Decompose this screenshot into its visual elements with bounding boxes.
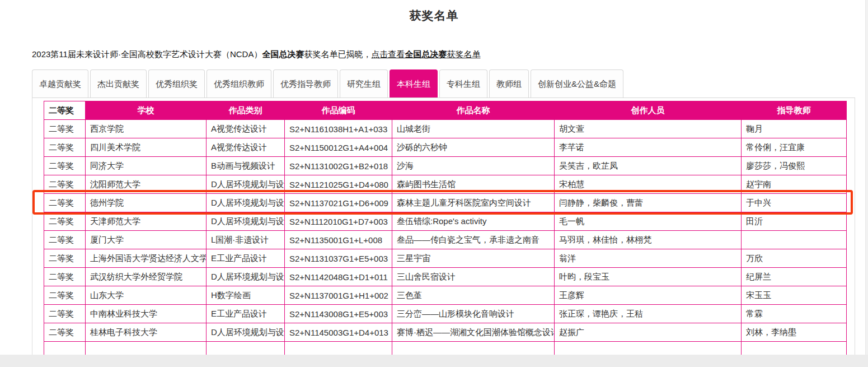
cell-school: 上海外国语大学贤达经济人文学院: [86, 249, 207, 268]
cell-school: 厦门大学: [86, 231, 207, 249]
column-header: 作品编码: [285, 101, 392, 120]
cell-creators: 叶昀，段宝玉: [555, 268, 742, 286]
vertical-scrollbar[interactable]: [865, 0, 868, 355]
tab-panel: 二等奖学校作品类别作品编码作品名称创作人员指导教师 二等奖西京学院A视觉传达设计…: [32, 98, 855, 355]
link-bold-final: 全国总决赛: [405, 49, 447, 59]
cell-advisor: 赵宇南: [742, 175, 847, 194]
tab-9[interactable]: 教师组: [489, 69, 529, 97]
intro-bold-final: 全国总决赛: [262, 49, 304, 59]
cell-creators: 毛一帆: [555, 212, 742, 231]
tab-10[interactable]: 创新创业&公益&命题: [531, 69, 623, 97]
cell-category: L国潮·非遗设计: [207, 231, 285, 249]
cell-code: S2+N1137001G1+H1+002: [285, 286, 392, 305]
cell-category: H数字绘画: [207, 286, 285, 305]
cell-category: D人居环境规划与设计: [207, 212, 285, 231]
cell-code: S2+N1131002G1+B2+018: [285, 157, 392, 175]
cell-code: S2+N1135001G1+L+008: [285, 231, 392, 249]
cell-school: 桂林电子科技大学: [86, 323, 207, 342]
tab-7-active[interactable]: 本科生组: [390, 69, 438, 97]
cell-creators: 闫静静，柴麟俊，曹蕾: [555, 194, 742, 212]
table-row: 二等奖中南林业科技大学E工业产品设计S2+N1143008G1+E5+003三分…: [44, 305, 847, 323]
awards-table: 二等奖学校作品类别作品编码作品名称创作人员指导教师 二等奖西京学院A视觉传达设计…: [44, 101, 847, 355]
cell-empty: [44, 342, 86, 355]
cell-school: 西京学院: [86, 120, 207, 138]
intro-text: 2023第11届未来设计师·全国高校数字艺术设计大赛（NCDA）全国总决赛获奖名…: [32, 49, 868, 60]
cell-category: D人居环境规划与设计: [207, 175, 285, 194]
cell-creators: 张正琛，谭艳庆，王秸: [555, 305, 742, 323]
tab-2[interactable]: 杰出贡献奖: [90, 69, 147, 97]
link-suffix: 获奖名单: [447, 49, 480, 59]
cell-code: S2+N1137021G1+D6+009: [285, 194, 392, 212]
cell-category: A视觉传达设计: [207, 120, 285, 138]
table-row: 二等奖武汉纺织大学外经贸学院D人居环境规划与设计S2+N1142048G1+D1…: [44, 268, 847, 286]
cell-award: 二等奖: [44, 138, 86, 157]
cell-code: S2+N1143008G1+E5+003: [285, 305, 392, 323]
cell-award: 二等奖: [44, 286, 86, 305]
column-header: 学校: [86, 101, 207, 120]
page-title: 获奖名单: [0, 8, 868, 24]
award-tier-header: 二等奖: [44, 101, 86, 120]
cell-creators: 胡文萱: [555, 120, 742, 138]
cell-empty: [207, 342, 285, 355]
cell-creators: 李芊诺: [555, 138, 742, 157]
table-row: 二等奖沈阳师范大学D人居环境规划与设计S2+N1121025G1+D4+080森…: [44, 175, 847, 194]
cell-title: 沙海: [392, 157, 555, 175]
cell-school: 德州学院: [86, 194, 207, 212]
cell-category: E工业产品设计: [207, 305, 285, 323]
table-row: 二等奖桂林电子科技大学D人居环境规划与设计S2+N1145003G1+D4+01…: [44, 323, 847, 342]
cell-advisor: 于中兴: [742, 194, 847, 212]
cell-title: 三山舍民宿设计: [392, 268, 555, 286]
table-row: 二等奖上海外国语大学贤达经济人文学院E工业产品设计S2+N1131037G1+E…: [44, 249, 847, 268]
cell-school: 沈阳师范大学: [86, 175, 207, 194]
cell-advisor: 常伶俐，汪宜康: [742, 138, 847, 157]
tab-4[interactable]: 优秀组织教师: [207, 69, 271, 97]
cell-category: D人居环境规划与设计: [207, 323, 285, 342]
column-header: 作品名称: [392, 101, 555, 120]
table-row: 二等奖西京学院A视觉传达设计S2+N1161038H1+A1+033山城老街胡文…: [44, 120, 847, 138]
cell-empty: [742, 342, 847, 355]
cell-category: E工业产品设计: [207, 249, 285, 268]
cell-creators: 宋柏慧: [555, 175, 742, 194]
cell-advisor: 万欣: [742, 249, 847, 268]
cell-advisor: 刘林，李纳壆: [742, 323, 847, 342]
cell-code: S2+N1150012G1+A4+004: [285, 138, 392, 157]
category-tab-bar: 卓越贡献奖杰出贡献奖优秀组织奖优秀组织教师优秀指导教师研究生组本科生组专科生组教…: [32, 69, 855, 98]
cell-school: 同济大学: [86, 157, 207, 175]
awards-page: 获奖名单 2023第11届未来设计师·全国高校数字艺术设计大赛（NCDA）全国总…: [0, 0, 868, 355]
cell-title: 叁品——传白瓷之宝气，承非遗之南音: [392, 231, 555, 249]
cell-award: 二等奖: [44, 157, 86, 175]
cell-award: 二等奖: [44, 120, 86, 138]
tab-8[interactable]: 专科生组: [439, 69, 487, 97]
table-row: 二等奖同济大学B动画与视频设计S2+N1131002G1+B2+018沙海吴笑吉…: [44, 157, 847, 175]
cell-category: B动画与视频设计: [207, 157, 285, 175]
cell-category: D人居环境规划与设计: [207, 194, 285, 212]
cell-code: S2+N1112010G1+D7+003: [285, 212, 392, 231]
cell-creators: 赵振广: [555, 323, 742, 342]
cell-award: 二等奖: [44, 194, 86, 212]
cell-code: S2+N1131037G1+E5+003: [285, 249, 392, 268]
table-row: 二等奖四川美术学院A视觉传达设计S2+N1150012G1+A4+004沙砾的六…: [44, 138, 847, 157]
cell-advisor: 廖莎莎，冯俊熙: [742, 157, 847, 175]
cell-school: 中南林业科技大学: [86, 305, 207, 323]
tab-5[interactable]: 优秀指导教师: [273, 69, 338, 97]
cell-advisor: 田沂: [742, 212, 847, 231]
tab-6[interactable]: 研究生组: [340, 69, 388, 97]
table-header-row: 二等奖学校作品类别作品编码作品名称创作人员指导教师: [44, 101, 847, 120]
tab-3[interactable]: 优秀组织奖: [148, 69, 205, 97]
cell-creators: 翁洋: [555, 249, 742, 268]
tab-1[interactable]: 卓越贡献奖: [32, 69, 88, 97]
view-national-finals-link[interactable]: 点击查看全国总决赛获奖名单: [371, 49, 480, 59]
cell-category: D人居环境规划与设计: [207, 268, 285, 286]
cell-title: 叁伍错综:Rope's activity: [392, 212, 555, 231]
cell-school: 天津师范大学: [86, 212, 207, 231]
column-header: 作品类别: [207, 101, 285, 120]
cell-creators: 吴笑吉，欧芷凤: [555, 157, 742, 175]
cell-title: 三分峦——山形模块化音响设计: [392, 305, 555, 323]
cell-title: 森屿图书生活馆: [392, 175, 555, 194]
cell-award: 二等奖: [44, 212, 86, 231]
cell-code: S2+N1145003G1+D4+013: [285, 323, 392, 342]
cell-category: A视觉传达设计: [207, 138, 285, 157]
cell-advisor: 鞠月: [742, 120, 847, 138]
cell-award: 二等奖: [44, 231, 86, 249]
cell-school: 武汉纺织大学外经贸学院: [86, 268, 207, 286]
